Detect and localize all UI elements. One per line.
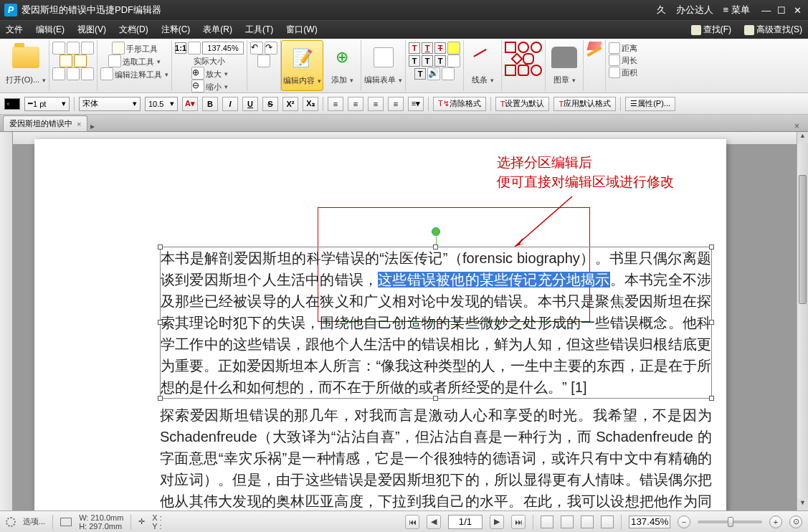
close-button[interactable]: ✕ — [791, 5, 804, 16]
first-page-button[interactable]: ⏮ — [405, 515, 419, 529]
options-icon[interactable] — [6, 517, 16, 527]
form-group[interactable]: 编辑表单 — [361, 40, 406, 91]
sound-icon[interactable]: 🔊 — [427, 67, 440, 80]
maximize-button[interactable]: ☐ — [775, 5, 788, 16]
zoom-in-icon[interactable]: ⊕ — [191, 67, 204, 80]
note-icon[interactable] — [447, 42, 460, 54]
cloud-icon[interactable] — [523, 53, 534, 65]
zoom-combo[interactable] — [629, 516, 670, 528]
font-name-combo[interactable]: 宋体 ▾ — [79, 97, 141, 111]
document-tab[interactable]: 爱因斯坦的错误中 × — [3, 115, 87, 131]
zoom-slider-thumb[interactable] — [728, 517, 733, 527]
strike-icon[interactable]: T — [434, 42, 446, 54]
polygon-icon[interactable] — [511, 53, 523, 65]
properties-button[interactable]: ☰ 属性(P)... — [625, 97, 675, 111]
zoom-out-icon[interactable]: ⊖ — [191, 80, 204, 92]
options-label[interactable]: 选项... — [23, 516, 45, 527]
zoom-slider[interactable] — [698, 521, 762, 523]
typewriter-icon[interactable]: T — [434, 55, 446, 67]
menu-view[interactable]: 视图(V) — [77, 24, 106, 36]
user-label[interactable]: 办公达人 — [676, 4, 713, 16]
redo-icon[interactable] — [74, 54, 87, 67]
superscript-button[interactable]: X² — [282, 97, 298, 111]
save-icon[interactable] — [52, 42, 65, 54]
document-area[interactable]: 选择分区编辑后 便可直接对编辑区域进行修改 本书是解剖爱因斯坦的科学错误的“法医… — [13, 132, 797, 510]
oval-icon[interactable] — [518, 42, 529, 53]
align-more-button[interactable]: ≡▾ — [408, 97, 424, 111]
main-menu-button[interactable]: ≡ 菜单 — [723, 4, 750, 16]
bold-button[interactable]: B — [202, 97, 218, 111]
callout-icon[interactable]: T — [422, 55, 433, 67]
resize-handle-n[interactable] — [433, 244, 438, 250]
print-icon[interactable] — [67, 42, 80, 54]
user-icon[interactable]: 久 — [657, 4, 666, 16]
advanced-find-button[interactable]: 高级查找(S) — [744, 24, 802, 36]
distance-icon[interactable] — [609, 42, 620, 54]
edit-content-group[interactable]: 📝 编辑内容 — [281, 40, 323, 91]
menu-window[interactable]: 窗口(W) — [286, 24, 317, 36]
underline-button[interactable]: U — [242, 97, 258, 111]
menu-file[interactable]: 文件 — [6, 24, 23, 36]
menu-tools[interactable]: 工具(T) — [245, 24, 273, 36]
view-facing-icon[interactable] — [581, 516, 594, 528]
perimeter-icon[interactable] — [609, 54, 620, 66]
menu-document[interactable]: 文档(D) — [119, 24, 148, 36]
zoom-in-button[interactable]: + — [769, 516, 782, 528]
menu-comment[interactable]: 注释(C) — [161, 24, 191, 36]
text-icon[interactable]: T — [414, 68, 426, 80]
paragraph-1-highlight[interactable]: 这些错误被他的某些传记充分地揭示 — [378, 272, 609, 288]
apply-default-button[interactable]: T 应用默认格式 — [553, 97, 616, 111]
view-facing-cont-icon[interactable] — [601, 516, 614, 528]
line-width-combo[interactable]: ━ 1 pt ▾ — [24, 97, 70, 111]
view-single-icon[interactable] — [541, 516, 553, 528]
vertical-scrollbar[interactable]: ▲ ▼ — [797, 132, 808, 510]
fill-color-swatch[interactable] — [4, 98, 20, 110]
set-default-button[interactable]: T 设置为默认 — [495, 97, 550, 111]
underline-icon[interactable]: T — [422, 42, 433, 54]
fit-page-icon[interactable] — [188, 42, 201, 54]
subscript-button[interactable]: X₂ — [303, 97, 318, 111]
search-doc-icon[interactable] — [52, 67, 65, 80]
scroll-up-icon[interactable]: ▲ — [797, 132, 808, 143]
open-group[interactable]: 打开(O)... — [3, 40, 49, 91]
rotate-right-icon[interactable]: ↷ — [265, 42, 277, 54]
resize-handle-s[interactable] — [433, 396, 438, 401]
prev-page-button[interactable]: ◀ — [427, 515, 441, 529]
resize-handle-e[interactable] — [709, 320, 714, 325]
align-right-button[interactable]: ≡ — [368, 97, 384, 111]
align-center-button[interactable]: ≡ — [348, 97, 363, 111]
scroll-down-icon[interactable]: ▼ — [797, 499, 808, 510]
clear-format-button[interactable]: T↯ 清除格式 — [433, 97, 486, 111]
actual-size-icon[interactable]: 1:1 — [175, 42, 186, 54]
page-icon[interactable] — [257, 54, 270, 67]
tabbar-close-icon[interactable]: × — [789, 121, 805, 131]
menu-edit[interactable]: 编辑(E) — [36, 24, 65, 36]
replace-icon[interactable] — [67, 67, 80, 80]
mail-icon[interactable] — [81, 42, 94, 54]
menu-form[interactable]: 表单(R) — [203, 24, 232, 36]
attach-icon[interactable] — [447, 54, 460, 67]
new-tab-button[interactable]: ▸ — [90, 121, 95, 131]
resize-handle-w[interactable] — [158, 320, 163, 325]
resize-handle-ne[interactable] — [709, 244, 714, 250]
strike-button[interactable]: S — [262, 97, 278, 111]
resize-handle-sw[interactable] — [158, 396, 163, 401]
rect-icon[interactable] — [505, 42, 516, 53]
rotate-left-icon[interactable]: ↶ — [250, 42, 263, 54]
view-continuous-icon[interactable] — [561, 516, 574, 528]
align-justify-button[interactable]: ≡ — [388, 97, 404, 111]
square-icon[interactable] — [505, 65, 516, 76]
undo-icon[interactable] — [60, 54, 72, 67]
goto-icon[interactable] — [81, 67, 94, 80]
font-size-combo[interactable]: 10.5 ▾ — [145, 97, 178, 111]
select-icon[interactable] — [108, 54, 121, 67]
roundrect-icon[interactable] — [518, 65, 529, 76]
zoom-input[interactable] — [202, 42, 244, 54]
page-number-input[interactable] — [448, 515, 483, 529]
find-button[interactable]: 查找(F) — [691, 24, 731, 36]
scroll-thumb[interactable] — [799, 175, 807, 304]
ellipse-icon[interactable] — [531, 65, 542, 76]
page[interactable]: 选择分区编辑后 便可直接对编辑区域进行修改 本书是解剖爱因斯坦的科学错误的“法医… — [34, 139, 726, 510]
rotate-handle[interactable] — [432, 227, 440, 236]
hand-icon[interactable] — [112, 42, 125, 54]
